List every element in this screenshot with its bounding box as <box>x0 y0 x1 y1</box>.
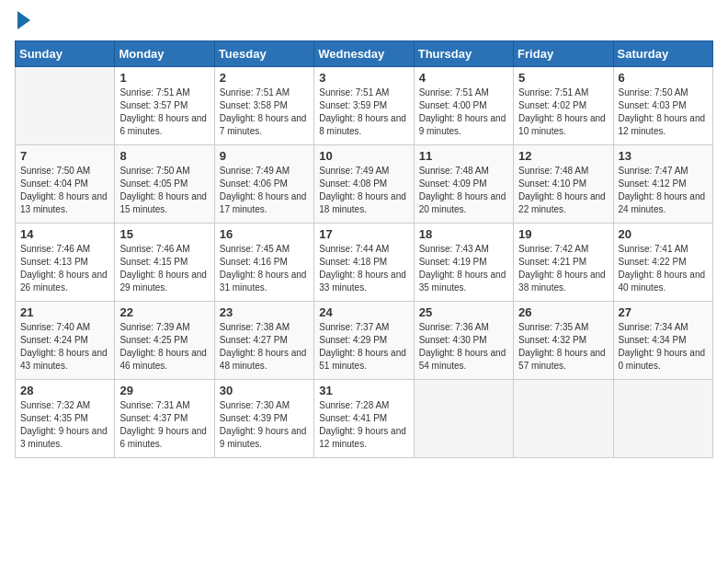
header-row: Sunday Monday Tuesday Wednesday Thursday… <box>16 41 713 67</box>
day-number: 7 <box>20 149 109 163</box>
calendar-cell: 21Sunrise: 7:40 AMSunset: 4:24 PMDayligh… <box>16 302 115 380</box>
day-number: 10 <box>319 149 408 163</box>
calendar-table: Sunday Monday Tuesday Wednesday Thursday… <box>15 40 713 458</box>
week-row-4: 28Sunrise: 7:32 AMSunset: 4:35 PMDayligh… <box>16 380 713 458</box>
day-number: 31 <box>319 384 408 397</box>
col-monday: Monday <box>115 41 214 67</box>
day-info: Sunrise: 7:49 AMSunset: 4:08 PMDaylight:… <box>319 165 408 216</box>
calendar-cell: 18Sunrise: 7:43 AMSunset: 4:19 PMDayligh… <box>414 224 513 302</box>
page-container: Sunday Monday Tuesday Wednesday Thursday… <box>0 0 728 473</box>
calendar-cell: 24Sunrise: 7:37 AMSunset: 4:29 PMDayligh… <box>314 302 414 380</box>
calendar-cell: 22Sunrise: 7:39 AMSunset: 4:25 PMDayligh… <box>115 302 214 380</box>
calendar-cell: 29Sunrise: 7:31 AMSunset: 4:37 PMDayligh… <box>115 380 214 458</box>
calendar-cell: 12Sunrise: 7:48 AMSunset: 4:10 PMDayligh… <box>514 145 613 224</box>
day-number: 4 <box>419 71 508 85</box>
calendar-cell: 27Sunrise: 7:34 AMSunset: 4:34 PMDayligh… <box>613 302 712 380</box>
day-info: Sunrise: 7:51 AMSunset: 3:59 PMDaylight:… <box>319 86 408 138</box>
header <box>15 15 713 29</box>
day-info: Sunrise: 7:31 AMSunset: 4:37 PMDaylight:… <box>119 399 209 451</box>
day-info: Sunrise: 7:41 AMSunset: 4:22 PMDaylight:… <box>619 243 708 294</box>
calendar-cell: 10Sunrise: 7:49 AMSunset: 4:08 PMDayligh… <box>314 145 414 224</box>
col-sunday: Sunday <box>16 41 115 67</box>
col-saturday: Saturday <box>613 41 712 67</box>
calendar-cell: 20Sunrise: 7:41 AMSunset: 4:22 PMDayligh… <box>613 224 712 302</box>
week-row-3: 21Sunrise: 7:40 AMSunset: 4:24 PMDayligh… <box>16 302 713 380</box>
calendar-cell: 8Sunrise: 7:50 AMSunset: 4:05 PMDaylight… <box>115 145 214 224</box>
col-friday: Friday <box>514 41 613 67</box>
day-number: 15 <box>119 227 209 241</box>
day-info: Sunrise: 7:49 AMSunset: 4:06 PMDaylight:… <box>220 165 309 216</box>
calendar-cell: 26Sunrise: 7:35 AMSunset: 4:32 PMDayligh… <box>514 302 613 380</box>
calendar-cell: 14Sunrise: 7:46 AMSunset: 4:13 PMDayligh… <box>16 224 115 302</box>
day-info: Sunrise: 7:38 AMSunset: 4:27 PMDaylight:… <box>220 321 309 373</box>
day-info: Sunrise: 7:46 AMSunset: 4:15 PMDaylight:… <box>119 243 209 294</box>
calendar-cell: 19Sunrise: 7:42 AMSunset: 4:21 PMDayligh… <box>514 224 613 302</box>
col-tuesday: Tuesday <box>214 41 313 67</box>
calendar-cell: 13Sunrise: 7:47 AMSunset: 4:12 PMDayligh… <box>613 145 712 224</box>
day-info: Sunrise: 7:48 AMSunset: 4:10 PMDaylight:… <box>518 165 608 216</box>
day-info: Sunrise: 7:48 AMSunset: 4:09 PMDaylight:… <box>419 165 508 216</box>
calendar-cell: 15Sunrise: 7:46 AMSunset: 4:15 PMDayligh… <box>115 224 214 302</box>
calendar-cell: 1Sunrise: 7:51 AMSunset: 3:57 PMDaylight… <box>115 67 214 145</box>
day-info: Sunrise: 7:46 AMSunset: 4:13 PMDaylight:… <box>20 243 109 294</box>
day-info: Sunrise: 7:51 AMSunset: 4:02 PMDaylight:… <box>518 86 608 138</box>
day-info: Sunrise: 7:35 AMSunset: 4:32 PMDaylight:… <box>518 321 608 373</box>
day-number: 28 <box>20 384 109 397</box>
day-info: Sunrise: 7:50 AMSunset: 4:05 PMDaylight:… <box>119 165 209 216</box>
calendar-cell <box>613 380 712 458</box>
day-number: 6 <box>619 71 708 85</box>
day-info: Sunrise: 7:39 AMSunset: 4:25 PMDaylight:… <box>119 321 209 373</box>
day-number: 17 <box>319 227 408 241</box>
day-info: Sunrise: 7:40 AMSunset: 4:24 PMDaylight:… <box>20 321 109 373</box>
day-number: 11 <box>419 149 508 163</box>
day-info: Sunrise: 7:51 AMSunset: 3:58 PMDaylight:… <box>220 86 309 138</box>
calendar-cell: 3Sunrise: 7:51 AMSunset: 3:59 PMDaylight… <box>314 67 414 145</box>
day-info: Sunrise: 7:28 AMSunset: 4:41 PMDaylight:… <box>319 399 408 451</box>
day-number: 12 <box>518 149 608 163</box>
calendar-cell: 17Sunrise: 7:44 AMSunset: 4:18 PMDayligh… <box>314 224 414 302</box>
calendar-cell: 9Sunrise: 7:49 AMSunset: 4:06 PMDaylight… <box>214 145 313 224</box>
day-number: 27 <box>619 305 708 319</box>
calendar-cell: 2Sunrise: 7:51 AMSunset: 3:58 PMDaylight… <box>214 67 313 145</box>
calendar-cell: 28Sunrise: 7:32 AMSunset: 4:35 PMDayligh… <box>16 380 115 458</box>
day-number: 29 <box>119 384 209 397</box>
col-thursday: Thursday <box>414 41 513 67</box>
logo-text <box>15 15 30 29</box>
day-info: Sunrise: 7:36 AMSunset: 4:30 PMDaylight:… <box>419 321 508 373</box>
calendar-cell: 31Sunrise: 7:28 AMSunset: 4:41 PMDayligh… <box>314 380 414 458</box>
day-number: 13 <box>619 149 708 163</box>
week-row-0: 1Sunrise: 7:51 AMSunset: 3:57 PMDaylight… <box>16 67 713 145</box>
day-number: 26 <box>518 305 608 319</box>
week-row-1: 7Sunrise: 7:50 AMSunset: 4:04 PMDaylight… <box>16 145 713 224</box>
day-info: Sunrise: 7:37 AMSunset: 4:29 PMDaylight:… <box>319 321 408 373</box>
col-wednesday: Wednesday <box>314 41 414 67</box>
calendar-cell: 7Sunrise: 7:50 AMSunset: 4:04 PMDaylight… <box>16 145 115 224</box>
day-number: 21 <box>20 305 109 319</box>
day-info: Sunrise: 7:43 AMSunset: 4:19 PMDaylight:… <box>419 243 508 294</box>
day-number: 1 <box>119 71 209 85</box>
day-number: 5 <box>518 71 608 85</box>
day-info: Sunrise: 7:34 AMSunset: 4:34 PMDaylight:… <box>619 321 708 373</box>
day-number: 18 <box>419 227 508 241</box>
day-number: 23 <box>220 305 309 319</box>
day-info: Sunrise: 7:51 AMSunset: 3:57 PMDaylight:… <box>119 86 209 138</box>
calendar-cell: 4Sunrise: 7:51 AMSunset: 4:00 PMDaylight… <box>414 67 513 145</box>
calendar-cell: 5Sunrise: 7:51 AMSunset: 4:02 PMDaylight… <box>514 67 613 145</box>
day-info: Sunrise: 7:50 AMSunset: 4:04 PMDaylight:… <box>20 165 109 216</box>
logo-arrow-icon <box>17 11 30 29</box>
day-number: 16 <box>220 227 309 241</box>
day-number: 14 <box>20 227 109 241</box>
day-number: 2 <box>220 71 309 85</box>
calendar-cell: 25Sunrise: 7:36 AMSunset: 4:30 PMDayligh… <box>414 302 513 380</box>
week-row-2: 14Sunrise: 7:46 AMSunset: 4:13 PMDayligh… <box>16 224 713 302</box>
day-number: 8 <box>119 149 209 163</box>
logo <box>15 15 30 29</box>
day-number: 3 <box>319 71 408 85</box>
day-info: Sunrise: 7:51 AMSunset: 4:00 PMDaylight:… <box>419 86 508 138</box>
day-info: Sunrise: 7:32 AMSunset: 4:35 PMDaylight:… <box>20 399 109 451</box>
day-info: Sunrise: 7:42 AMSunset: 4:21 PMDaylight:… <box>518 243 608 294</box>
day-number: 9 <box>220 149 309 163</box>
day-info: Sunrise: 7:47 AMSunset: 4:12 PMDaylight:… <box>619 165 708 216</box>
day-number: 30 <box>220 384 309 397</box>
calendar-cell <box>16 67 115 145</box>
